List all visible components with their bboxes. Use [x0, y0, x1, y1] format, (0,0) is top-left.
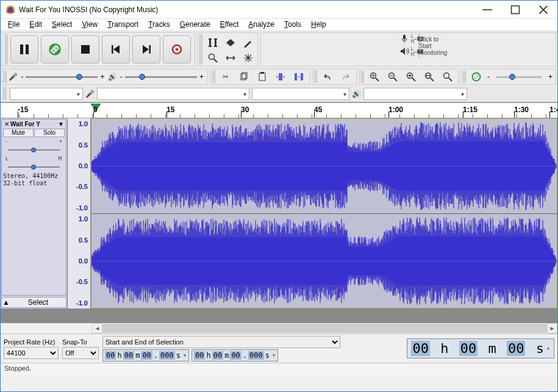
track-panel[interactable]: ✕ Wait For Y ▼ Mute Solo -+ LR Stereo, 4…	[1, 119, 66, 296]
zoom-tool[interactable]	[204, 51, 221, 65]
scroll-right-button[interactable]: ►	[547, 323, 557, 333]
play-meter[interactable]: -54 -48 -42 -36 -30 -24 -18 -12 -6 0	[418, 46, 420, 57]
trim-button[interactable]	[272, 69, 289, 84]
playback-volume-slider[interactable]: ‑ +	[118, 73, 206, 81]
audio-position-time[interactable]: 00 h 00 m 00 s ▾	[407, 338, 554, 358]
waveform-display[interactable]	[91, 118, 557, 308]
fit-selection-button[interactable]	[402, 69, 420, 84]
zoom-out-button[interactable]	[384, 69, 401, 84]
menu-transport[interactable]: Transport	[105, 20, 141, 29]
redo-button[interactable]	[337, 69, 354, 84]
menu-effect[interactable]: Effect	[218, 20, 241, 29]
scrollbar-track[interactable]	[102, 323, 547, 333]
silence-button[interactable]	[290, 69, 307, 84]
track-menu-button[interactable]: ▼	[57, 121, 65, 127]
time-format-dropdown[interactable]: ▾	[546, 345, 550, 352]
close-button[interactable]	[529, 1, 557, 19]
selection-mode-select[interactable]: Start and End of Selection	[102, 336, 340, 348]
waveform-right[interactable]	[91, 213, 557, 308]
waveform-left[interactable]	[91, 119, 557, 213]
selection-tool[interactable]	[204, 35, 221, 50]
cut-button[interactable]: ✂	[217, 69, 234, 84]
svg-marker-22	[226, 39, 235, 43]
play-device-select[interactable]	[363, 88, 467, 100]
svg-rect-18	[209, 38, 212, 40]
scroll-left-button[interactable]: ◄	[92, 323, 102, 333]
snap-select[interactable]: Off	[62, 347, 99, 359]
amp-scale-right: 1.0 0.5 0.0 -0.5 -1.0	[68, 213, 90, 308]
menu-tracks[interactable]: Tracks	[146, 20, 173, 29]
toolbar-grip[interactable]	[199, 34, 202, 65]
pan-slider[interactable]	[3, 163, 65, 171]
svg-rect-5	[26, 45, 29, 54]
project-rate-select[interactable]: 44100	[4, 347, 59, 359]
record-meter[interactable]: Click to Start Monitoring -54 -48 8 -12 …	[418, 34, 420, 45]
envelope-tool[interactable]	[222, 35, 239, 50]
menu-help[interactable]: Help	[309, 20, 329, 29]
svg-rect-29	[260, 72, 264, 74]
gain-slider[interactable]	[3, 146, 65, 154]
track-name[interactable]: Wait For Y	[10, 121, 57, 127]
horizontal-scrollbar[interactable]: ◄ ►	[92, 323, 557, 333]
solo-button[interactable]: Solo	[34, 129, 65, 137]
menu-tools[interactable]: Tools	[282, 20, 304, 29]
toolbar-grip[interactable]	[212, 71, 215, 83]
zoom-toggle-button[interactable]	[439, 69, 456, 84]
minimize-button[interactable]	[473, 1, 501, 19]
maximize-button[interactable]	[501, 1, 529, 19]
toolbar-grip[interactable]	[463, 71, 466, 83]
toolbar-grip[interactable]	[5, 34, 8, 65]
skip-end-button[interactable]	[132, 35, 160, 63]
record-meter-icon[interactable]	[398, 34, 411, 45]
stop-button[interactable]	[71, 35, 99, 63]
collapse-icon[interactable]: ▲	[2, 298, 10, 307]
record-device-select[interactable]	[97, 88, 249, 100]
track-select-button[interactable]: ▲ Select	[1, 297, 66, 308]
svg-rect-21	[214, 46, 217, 47]
menu-file[interactable]: File	[5, 20, 22, 29]
scrollbar-thumb[interactable]	[102, 324, 547, 333]
play-at-speed-button[interactable]	[468, 69, 485, 84]
speaker-icon: 🔊	[352, 90, 361, 98]
selection-end-time[interactable]: 00h 00m 00. 000s ▾	[191, 349, 278, 362]
toolbar-grip[interactable]	[3, 87, 6, 99]
zoom-in-button[interactable]	[366, 69, 383, 84]
status-text: Stopped.	[4, 365, 31, 372]
snap-label: Snap-To	[62, 338, 99, 346]
record-channels-select[interactable]	[252, 88, 349, 100]
timeshift-tool[interactable]	[222, 51, 239, 65]
skip-start-button[interactable]	[102, 35, 130, 63]
menu-select[interactable]: Select	[49, 20, 74, 29]
toolbar-grip[interactable]	[4, 71, 7, 83]
mute-button[interactable]: Mute	[3, 129, 34, 137]
play-button[interactable]	[41, 35, 69, 63]
play-meter-icon[interactable]	[398, 46, 411, 58]
multi-tool[interactable]	[240, 51, 257, 65]
record-button[interactable]	[163, 35, 191, 63]
time-format-dropdown[interactable]: ▾	[183, 352, 187, 358]
pause-button[interactable]	[10, 35, 38, 63]
toolbar-grip[interactable]	[361, 71, 364, 83]
copy-button[interactable]	[235, 69, 252, 84]
time-format-dropdown[interactable]: ▾	[272, 352, 276, 358]
record-volume-slider[interactable]: ‑ +	[18, 73, 107, 81]
audio-host-select[interactable]	[10, 88, 83, 100]
menu-generate[interactable]: Generate	[177, 20, 213, 29]
play-speed-slider[interactable]	[496, 76, 542, 78]
menu-view[interactable]: View	[79, 20, 100, 29]
paste-button[interactable]	[254, 69, 271, 84]
svg-rect-33	[295, 73, 297, 80]
draw-tool[interactable]	[240, 35, 257, 50]
amplitude-scale[interactable]: 1.0 0.5 0.0 -0.5 -1.0 1.0 0.5 0.0 -0.5 -…	[68, 118, 91, 308]
selection-start-time[interactable]: 00h 00m 00. 000s ▾	[102, 349, 189, 362]
empty-track-area[interactable]	[1, 308, 557, 323]
meter-toolbar: LR Click to Start Monitoring -54 -48 8 -…	[260, 32, 556, 66]
toolbar-grip[interactable]	[314, 71, 317, 83]
menu-analyze[interactable]: Analyze	[246, 20, 277, 29]
menu-edit[interactable]: Edit	[27, 20, 45, 29]
timeline-ruler[interactable]: -1501530451:001:151:301:45	[1, 102, 557, 118]
undo-button[interactable]	[319, 69, 336, 84]
svg-rect-34	[301, 73, 303, 80]
fit-project-button[interactable]	[421, 69, 438, 84]
track-close-button[interactable]: ✕	[3, 121, 10, 127]
